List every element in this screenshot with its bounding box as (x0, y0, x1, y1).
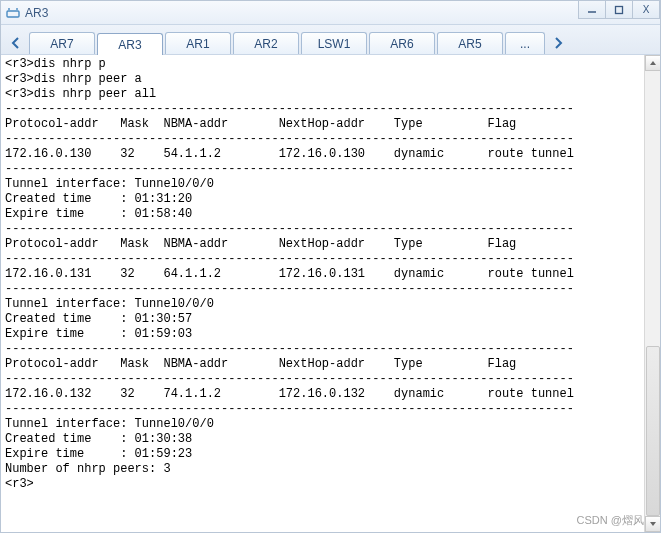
close-button[interactable]: X (632, 1, 660, 19)
scroll-down-button[interactable] (645, 516, 661, 532)
terminal-line: Expire time : 01:59:23 (5, 447, 656, 462)
maximize-button[interactable] (605, 1, 633, 19)
terminal-line: Number of nhrp peers: 3 (5, 462, 656, 477)
terminal-line: Expire time : 01:59:03 (5, 327, 656, 342)
svg-rect-0 (7, 11, 19, 17)
tab-lsw1[interactable]: LSW1 (301, 32, 367, 54)
terminal-line: Tunnel interface: Tunnel0/0/0 (5, 297, 656, 312)
tab-bar: AR7 AR3 AR1 AR2 LSW1 AR6 AR5 ... (1, 25, 660, 55)
terminal-line: ----------------------------------------… (5, 282, 656, 297)
terminal-line: <r3>dis nhrp peer a (5, 72, 656, 87)
terminal-output[interactable]: <r3>dis nhrp p<r3>dis nhrp peer a<r3>dis… (1, 55, 660, 532)
window-titlebar: AR3 X (1, 1, 660, 25)
terminal-line: Created time : 01:30:38 (5, 432, 656, 447)
vertical-scrollbar[interactable] (644, 55, 660, 532)
tab-ar3[interactable]: AR3 (97, 33, 163, 55)
terminal-line: Created time : 01:31:20 (5, 192, 656, 207)
window-controls: X (579, 1, 660, 19)
terminal-line: Expire time : 01:58:40 (5, 207, 656, 222)
terminal-line: Protocol-addr Mask NBMA-addr NextHop-add… (5, 357, 656, 372)
terminal-line: 172.16.0.131 32 64.1.1.2 172.16.0.131 dy… (5, 267, 656, 282)
terminal-line: ----------------------------------------… (5, 102, 656, 117)
scroll-thumb[interactable] (646, 346, 660, 516)
terminal-line: Protocol-addr Mask NBMA-addr NextHop-add… (5, 237, 656, 252)
scroll-up-button[interactable] (645, 55, 661, 71)
terminal-line: ----------------------------------------… (5, 372, 656, 387)
terminal-line: ----------------------------------------… (5, 132, 656, 147)
tab-ar1[interactable]: AR1 (165, 32, 231, 54)
terminal-line: <r3>dis nhrp peer all (5, 87, 656, 102)
tab-ar2[interactable]: AR2 (233, 32, 299, 54)
tab-ar6[interactable]: AR6 (369, 32, 435, 54)
window-title: AR3 (25, 6, 48, 20)
minimize-button[interactable] (578, 1, 606, 19)
tab-ar7[interactable]: AR7 (29, 32, 95, 54)
tab-nav-prev[interactable] (5, 32, 27, 54)
terminal-line: <r3>dis nhrp p (5, 57, 656, 72)
terminal-line: ----------------------------------------… (5, 252, 656, 267)
terminal-line: ----------------------------------------… (5, 402, 656, 417)
app-icon (5, 5, 21, 21)
svg-rect-2 (616, 6, 623, 13)
terminal-line: 172.16.0.132 32 74.1.1.2 172.16.0.132 dy… (5, 387, 656, 402)
terminal-line: Tunnel interface: Tunnel0/0/0 (5, 417, 656, 432)
terminal-line: ----------------------------------------… (5, 342, 656, 357)
tab-ar5[interactable]: AR5 (437, 32, 503, 54)
terminal-line: ----------------------------------------… (5, 222, 656, 237)
terminal-line: 172.16.0.130 32 54.1.1.2 172.16.0.130 dy… (5, 147, 656, 162)
terminal-line: Protocol-addr Mask NBMA-addr NextHop-add… (5, 117, 656, 132)
terminal-line: Created time : 01:30:57 (5, 312, 656, 327)
tab-nav-next[interactable] (547, 32, 569, 54)
terminal-line: ----------------------------------------… (5, 162, 656, 177)
terminal-line: Tunnel interface: Tunnel0/0/0 (5, 177, 656, 192)
terminal-line: <r3> (5, 477, 656, 492)
tab-more[interactable]: ... (505, 32, 545, 54)
